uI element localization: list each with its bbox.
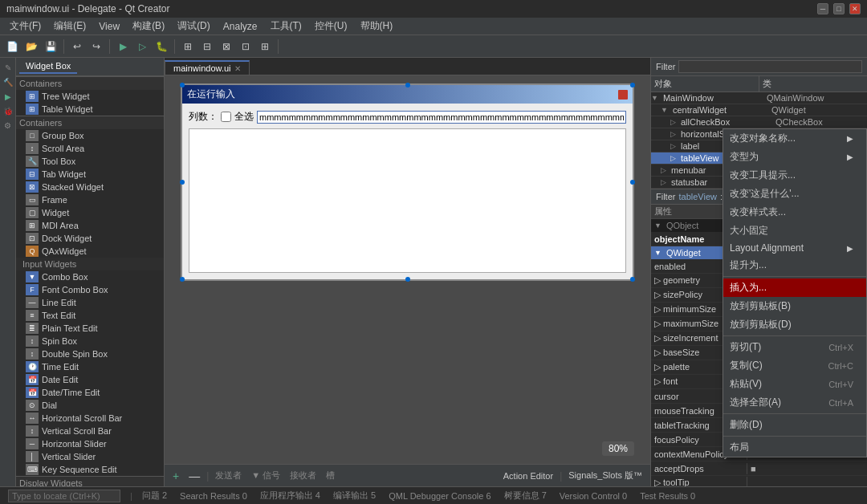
menu-controls[interactable]: 控件(U) <box>308 18 354 35</box>
edge-build-icon[interactable]: 🔨 <box>1 75 15 88</box>
status-qml-debugger[interactable]: QML Debugger Console 6 <box>385 491 494 501</box>
close-button[interactable]: ✕ <box>849 3 861 14</box>
status-app-output[interactable]: 应用程序输出 4 <box>257 490 324 502</box>
tb-align-right-button[interactable]: ⊟ <box>198 38 216 55</box>
menu-debug[interactable]: 调试(D) <box>171 18 217 35</box>
tb-debug-button[interactable]: 🐛 <box>153 38 170 55</box>
widget-double-spin-box[interactable]: ↕ Double Spin Box <box>16 348 164 360</box>
widget-hslider[interactable]: ─ Horizontal Slider <box>16 437 164 450</box>
tb-new-button[interactable]: 📄 <box>3 38 21 55</box>
prop-acceptdrops[interactable]: acceptDrops ■ <box>651 461 867 476</box>
widget-frame[interactable]: ▭ Frame <box>16 193 164 206</box>
obj-row-mainwindow[interactable]: ▼ MainWindow QMainWindow <box>651 92 867 104</box>
ctx-change-stylesheet[interactable]: 改变样式表... <box>723 203 866 222</box>
ctx-size-fixed[interactable]: 大小固定 <box>723 222 866 240</box>
tb-break-layout-button[interactable]: ⊡ <box>237 38 254 55</box>
edge-debug-icon[interactable]: 🐞 <box>1 104 15 117</box>
tb-open-button[interactable]: 📂 <box>22 38 40 55</box>
ctx-change-type[interactable]: 变型为 ▶ <box>723 148 866 166</box>
tb-align-grid-button[interactable]: ⊠ <box>218 38 235 55</box>
ctx-change-name[interactable]: 改变对象名称... ▶ <box>723 129 866 148</box>
menu-file[interactable]: 文件(F) <box>3 18 47 35</box>
tb-undo-button[interactable]: ↩ <box>68 38 86 55</box>
file-tab-mainwindow[interactable]: mainwindow.ui ✕ <box>165 60 250 75</box>
ctx-promote[interactable]: 提升为... <box>723 256 866 274</box>
ctx-select-all[interactable]: 选择全部(A) Ctrl+A <box>723 393 866 412</box>
tab-widget-box[interactable]: Widget Box <box>19 59 77 74</box>
widget-vslider[interactable]: │ Vertical Slider <box>16 450 164 463</box>
edge-run-icon[interactable]: ▶ <box>1 90 15 103</box>
menu-help[interactable]: 帮助(H) <box>354 18 400 35</box>
status-search-bar[interactable] <box>5 490 124 502</box>
minimize-button[interactable]: ─ <box>817 3 828 14</box>
widget-datetime-edit[interactable]: 📅 Date/Time Edit <box>16 386 164 399</box>
resize-handle-right[interactable] <box>630 180 635 185</box>
locate-input[interactable] <box>8 490 120 502</box>
widget-time-edit[interactable]: 🕐 Time Edit <box>16 360 164 373</box>
status-compile-output[interactable]: 编译输出 5 <box>330 490 379 502</box>
menu-view[interactable]: View <box>92 19 126 34</box>
edge-edit-icon[interactable]: ✎ <box>1 61 15 74</box>
resize-handle-tl[interactable] <box>180 83 185 87</box>
maximize-button[interactable]: □ <box>833 3 845 14</box>
resize-handle-left[interactable] <box>180 180 185 185</box>
widget-line-edit[interactable]: — Line Edit <box>16 296 164 309</box>
resize-handle-br[interactable] <box>630 277 635 282</box>
status-test-results[interactable]: Test Results 0 <box>637 491 698 501</box>
ctx-paste[interactable]: 粘贴(V) Ctrl+V <box>723 375 866 393</box>
signals-slots-tab[interactable]: Signals_Slots 版™ <box>565 469 645 482</box>
widget-combo-box[interactable]: ▼ Combo Box <box>16 270 164 283</box>
menu-analyze[interactable]: Analyze <box>217 19 264 34</box>
widget-tool-box[interactable]: 🔧 Tool Box <box>16 155 164 168</box>
ctx-insert-as[interactable]: 插入为... <box>723 278 866 297</box>
status-version-control[interactable]: Version Control 0 <box>556 491 630 501</box>
dialog-text-input[interactable] <box>257 111 626 124</box>
widget-widget[interactable]: ▢ Widget <box>16 206 164 219</box>
menu-edit[interactable]: 编辑(E) <box>47 18 92 35</box>
resize-handle-bl[interactable] <box>180 277 185 282</box>
tb-preview-button[interactable]: ⊞ <box>256 38 274 55</box>
widget-date-edit[interactable]: 📅 Date Edit <box>16 373 164 386</box>
widget-dock-widget[interactable]: ⊡ Dock Widget <box>16 232 164 245</box>
edge-setup-icon[interactable]: ⚙ <box>1 119 15 132</box>
dialog-close-btn[interactable] <box>618 90 628 100</box>
status-tree-info[interactable]: 树要信息 7 <box>501 490 550 502</box>
tb-save-button[interactable]: 💾 <box>42 38 59 55</box>
ctx-change-tooltip[interactable]: 改变工具提示... <box>723 166 866 185</box>
widget-text-edit[interactable]: ≡ Text Edit <box>16 309 164 322</box>
ctx-cut[interactable]: 剪切(T) Ctrl+X <box>723 338 866 356</box>
add-signal-button[interactable]: + <box>169 469 182 483</box>
menu-build[interactable]: 构建(B) <box>126 18 171 35</box>
status-search-results[interactable]: Search Results 0 <box>177 491 250 501</box>
ctx-delete[interactable]: 删除(D) <box>723 416 866 434</box>
widget-spin-box[interactable]: ↕ Spin Box <box>16 335 164 348</box>
status-issues[interactable]: 问题 2 <box>139 490 170 502</box>
obj-row-centralwidget[interactable]: ▼ centralWidget QWidget <box>651 104 867 116</box>
dialog-all-checkbox[interactable] <box>221 112 231 122</box>
widget-table-widget[interactable]: ⊞ Table Widget <box>16 103 164 116</box>
tb-redo-button[interactable]: ↪ <box>88 38 105 55</box>
widget-qaxwidget[interactable]: Q QAxWidget <box>16 245 164 258</box>
widget-scroll-area[interactable]: ↕ Scroll Area <box>16 142 164 155</box>
widget-mdi-area[interactable]: ⊞ MDI Area <box>16 219 164 232</box>
widget-tree-widget[interactable]: ⊞ Tree Widget <box>16 90 164 103</box>
canvas-container[interactable]: 在运行输入 列数： 全选 <box>165 75 650 464</box>
ctx-put-clipboard-d[interactable]: 放到剪贴板(D) <box>723 315 866 334</box>
menu-tools[interactable]: 工具(T) <box>264 18 308 35</box>
resize-handle-top[interactable] <box>405 83 410 87</box>
file-tab-close-icon[interactable]: ✕ <box>234 64 241 73</box>
widget-stacked-widget[interactable]: ⊠ Stacked Widget <box>16 181 164 193</box>
tb-run-button[interactable]: ▷ <box>133 38 151 55</box>
ctx-copy[interactable]: 复制(C) Ctrl+C <box>723 356 866 375</box>
action-editor-tab[interactable]: Action Editor <box>500 470 556 482</box>
widget-dial[interactable]: ⊙ Dial <box>16 399 164 412</box>
widget-font-combo-box[interactable]: F Font Combo Box <box>16 283 164 296</box>
widget-vscrollbar[interactable]: ↕ Vertical Scroll Bar <box>16 425 164 437</box>
resize-handle-bottom[interactable] <box>405 277 410 282</box>
ctx-layout-align[interactable]: Layout Alignment ▶ <box>723 240 866 256</box>
remove-signal-button[interactable]: — <box>185 469 203 483</box>
ctx-change-whatsthis[interactable]: 改变'这是什么'... <box>723 185 866 203</box>
widget-hscrollbar[interactable]: ↔ Horizontal Scroll Bar <box>16 412 164 425</box>
widget-group-box[interactable]: □ Group Box <box>16 129 164 142</box>
object-filter-input[interactable] <box>678 60 862 73</box>
